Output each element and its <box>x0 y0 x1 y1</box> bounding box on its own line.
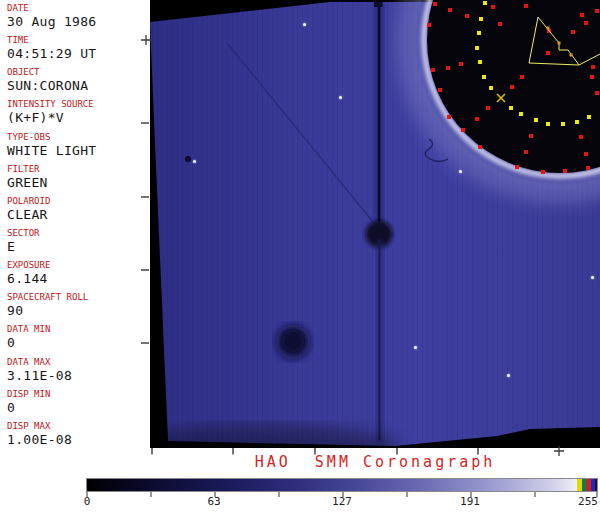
coronagraph-image[interactable] <box>150 0 600 448</box>
pylon-seam <box>378 240 380 440</box>
colorbar-tick-label: 0 <box>84 495 91 508</box>
colorbar-tick-label: 63 <box>207 495 220 508</box>
field-label: DATA MAX <box>7 357 150 368</box>
field-label: INTENSITY SOURCE <box>7 99 150 110</box>
field-label: SPACECRAFT ROLL <box>7 292 150 303</box>
field-value: 3.11E-08 <box>7 368 150 384</box>
field-label: DATE <box>7 3 150 14</box>
metadata-field: INTENSITY SOURCE(K+F)*V <box>0 99 150 131</box>
metadata-field: TIME04:51:29 UT <box>0 35 150 67</box>
metadata-field: DATE30 Aug 1986 <box>0 3 150 35</box>
coronagraph-scene <box>150 0 600 448</box>
field-value: 0 <box>7 400 150 416</box>
colorbar-tick-label: 191 <box>460 495 480 508</box>
field-value: 1.00E-08 <box>7 432 150 448</box>
colorbar <box>86 478 598 492</box>
pylon <box>378 2 381 233</box>
field-label: FILTER <box>7 164 150 175</box>
metadata-field: DATA MAX3.11E-08 <box>0 357 150 389</box>
field-label: POLAROID <box>7 196 150 207</box>
metadata-field: DATA MIN0 <box>0 324 150 356</box>
field-label: TIME <box>7 35 150 46</box>
coronagraph-viewer: DATE30 Aug 1986TIME04:51:29 UTOBJECTSUN:… <box>0 0 600 512</box>
field-label: DISP MAX <box>7 421 150 432</box>
dust-blob-core <box>282 330 304 352</box>
metadata-field: DISP MIN0 <box>0 389 150 421</box>
field-label: EXPOSURE <box>7 260 150 271</box>
field-value: 6.144 <box>7 271 150 287</box>
field-value: 0 <box>7 335 150 351</box>
field-label: DISP MIN <box>7 389 150 400</box>
field-value: 04:51:29 UT <box>7 46 150 62</box>
field-value: WHITE LIGHT <box>7 143 150 159</box>
field-value: GREEN <box>7 175 150 191</box>
metadata-field: OBJECTSUN:CORONA <box>0 67 150 99</box>
field-value: (K+F)*V <box>7 110 150 126</box>
field-value: SUN:CORONA <box>7 78 150 94</box>
metadata-field: TYPE-OBSWHITE LIGHT <box>0 132 150 164</box>
dark-speck <box>185 156 191 162</box>
colorbar-tick-label: 127 <box>332 495 352 508</box>
metadata-field: EXPOSURE6.144 <box>0 260 150 292</box>
colorbar-tick-label: 255 <box>578 495 598 508</box>
field-value: 90 <box>7 303 150 319</box>
field-label: SECTOR <box>7 228 150 239</box>
field-value: E <box>7 239 150 255</box>
field-label: DATA MIN <box>7 324 150 335</box>
metadata-field: SECTORE <box>0 228 150 260</box>
pylon-top <box>374 2 383 7</box>
metadata-panel: DATE30 Aug 1986TIME04:51:29 UTOBJECTSUN:… <box>0 0 150 448</box>
field-value: 30 Aug 1986 <box>7 14 150 30</box>
field-label: TYPE-OBS <box>7 132 150 143</box>
page-title: HAO SMM Coronagraph <box>150 453 600 471</box>
field-value: CLEAR <box>7 207 150 223</box>
metadata-field: POLAROIDCLEAR <box>0 196 150 228</box>
metadata-field: FILTERGREEN <box>0 164 150 196</box>
metadata-field: DISP MAX1.00E-08 <box>0 421 150 453</box>
colorbar-labels: 063127191255 <box>0 495 600 509</box>
metadata-field: SPACECRAFT ROLL90 <box>0 292 150 324</box>
field-label: OBJECT <box>7 67 150 78</box>
